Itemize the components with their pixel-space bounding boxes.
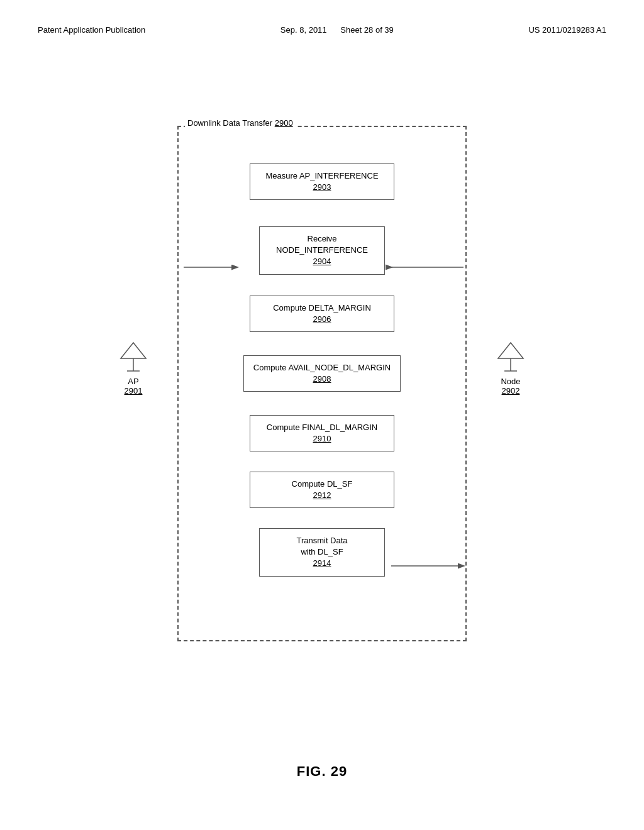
header-right: US 2011/0219283 A1 xyxy=(528,25,606,35)
step-transmit-data: Transmit Datawith DL_SF2914 xyxy=(259,528,385,577)
step-compute-avail-node-dl-margin: Compute AVAIL_NODE_DL_MARGIN2908 xyxy=(243,355,401,392)
header-center: Sep. 8, 2011 Sheet 28 of 39 xyxy=(280,25,394,35)
header-left: Patent Application Publication xyxy=(38,25,145,35)
step-compute-final-dl-margin: Compute FINAL_DL_MARGIN2910 xyxy=(250,415,394,451)
diagram-area: Downlink Data Transfer 2900 AP2901 Node2… xyxy=(102,126,542,641)
figure-label: FIG. 29 xyxy=(297,763,347,780)
page-header: Patent Application Publication Sep. 8, 2… xyxy=(38,25,606,35)
step-compute-delta-margin: Compute DELTA_MARGIN2906 xyxy=(250,296,394,332)
step-compute-dl-sf: Compute DL_SF2912 xyxy=(250,472,394,508)
step-measure-ap-interference: Measure AP_INTERFERENCE2903 xyxy=(250,163,394,200)
step-receive-node-interference: ReceiveNODE_INTERFERENCE2904 xyxy=(259,226,385,275)
